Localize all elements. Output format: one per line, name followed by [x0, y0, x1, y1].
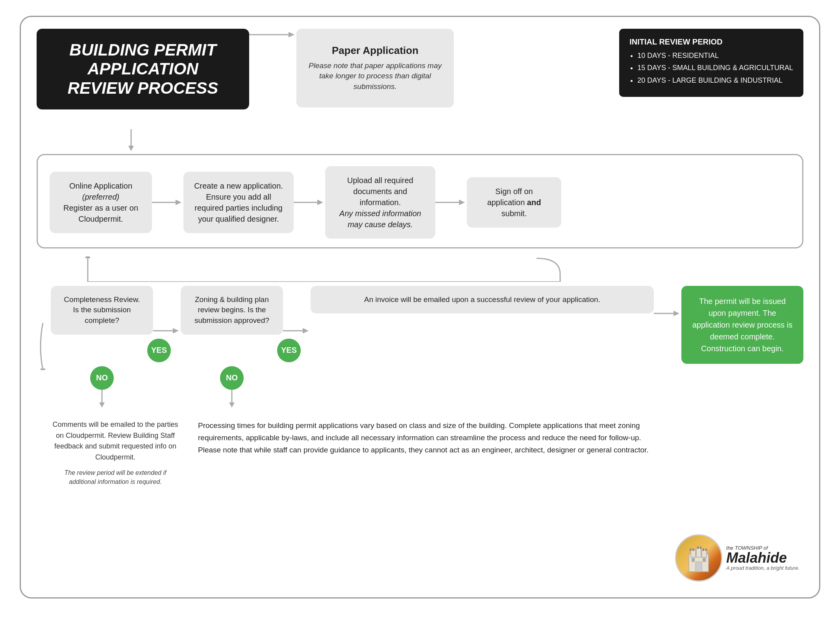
online-app-box: Online Application (preferred) Register …	[50, 172, 152, 233]
create-app-box: Create a new application. Ensure you add…	[183, 172, 294, 233]
upload-docs-box: Upload all required documents and inform…	[325, 166, 435, 239]
online-app-line4: Cloudpermit.	[78, 215, 123, 223]
svg-rect-27	[692, 548, 694, 551]
svg-marker-15	[173, 328, 179, 334]
permit-issued-box: The permit will be issued upon payment. …	[681, 286, 803, 364]
logo-tagline: A proud tradition, a bright future.	[726, 565, 799, 571]
zoning-box: Zoning & building plan review begins. Is…	[181, 286, 283, 335]
logo-group: the TOWNSHIP of Malahide A proud traditi…	[675, 534, 799, 582]
v-arrow-title-down	[37, 129, 803, 151]
svg-marker-1	[289, 32, 294, 37]
svg-rect-34	[703, 558, 706, 562]
zoning-no-circle: NO	[220, 366, 244, 390]
yes-branch-zoning: YES	[277, 339, 301, 362]
no-branch-completeness: NO	[90, 366, 114, 408]
arrow-zoning-to-invoice	[283, 325, 311, 337]
sign-off-box: Sign off on application and submit.	[467, 177, 561, 228]
svg-marker-17	[229, 402, 235, 408]
svg-rect-28	[703, 548, 704, 551]
comments-text: Comments will be emailed to the parties …	[52, 419, 178, 463]
svg-marker-5	[176, 200, 181, 205]
svg-rect-25	[696, 548, 701, 557]
paper-app-body: Please note that paper applications may …	[307, 61, 443, 92]
comments-section: Comments will be emailed to the parties …	[37, 419, 186, 486]
svg-rect-30	[697, 547, 699, 549]
invoice-box: An invoice will be emailed upon a succes…	[311, 286, 654, 314]
online-app-line3: Register as a user on	[63, 204, 138, 212]
yes-branch-completeness: YES	[147, 339, 171, 362]
svg-marker-7	[317, 200, 323, 205]
main-border: BUILDING PERMIT APPLICATION REVIEW PROCE…	[20, 16, 820, 598]
zoning-yes-circle: YES	[277, 339, 301, 362]
row2-border: Online Application (preferred) Register …	[37, 154, 803, 248]
svg-rect-33	[692, 558, 695, 562]
arrow-create-to-upload	[294, 196, 325, 208]
zoning-section: Zoning & building plan review begins. Is…	[181, 286, 283, 408]
logo-text-area: the TOWNSHIP of Malahide A proud traditi…	[726, 545, 799, 571]
arrow-title-to-paper	[249, 29, 296, 41]
completeness-section: Completeness Review. Is the submission c…	[51, 286, 153, 408]
row3-container: Completeness Review. Is the submission c…	[37, 286, 803, 408]
svg-rect-26	[690, 548, 691, 551]
page-title: BUILDING PERMIT APPLICATION REVIEW PROCE…	[52, 41, 233, 98]
logo-brand: Malahide	[726, 551, 799, 565]
paper-app-heading: Paper Application	[332, 44, 418, 57]
logo-circle	[675, 534, 722, 582]
initial-review-item-1: 10 DAYS - RESIDENTIAL	[637, 51, 793, 60]
tower-icon	[687, 542, 710, 574]
comments-italic: The review period will be extended if ad…	[52, 469, 178, 486]
svg-marker-21	[673, 311, 679, 316]
arrow-upload-to-signoff	[435, 196, 467, 208]
row3-main: Completeness Review. Is the submission c…	[37, 286, 803, 408]
no-branch-zoning: NO	[220, 366, 244, 408]
row1: BUILDING PERMIT APPLICATION REVIEW PROCE…	[37, 29, 803, 109]
initial-review-box: INITIAL REVIEW PERIOD 10 DAYS - RESIDENT…	[619, 29, 803, 97]
page-container: BUILDING PERMIT APPLICATION REVIEW PROCE…	[0, 0, 840, 630]
svg-rect-32	[696, 562, 702, 572]
initial-review-item-3: 20 DAYS - LARGE BUILDING & INDUSTRIAL	[637, 76, 793, 85]
left-curve-indicator	[37, 323, 49, 370]
online-app-line1: Online Application	[69, 182, 132, 190]
paper-app-box: Paper Application Please note that paper…	[296, 29, 454, 107]
arrow-invoice-to-permit	[654, 308, 681, 319]
svg-marker-9	[459, 200, 465, 205]
svg-rect-23	[691, 550, 696, 557]
row4: Comments will be emailed to the parties …	[37, 419, 803, 486]
svg-marker-13	[99, 402, 105, 408]
row2-inner: Online Application (preferred) Register …	[50, 166, 790, 239]
svg-rect-29	[705, 548, 707, 551]
svg-marker-11	[40, 369, 46, 370]
svg-rect-24	[702, 550, 707, 557]
curved-arrow-area	[37, 256, 803, 282]
svg-marker-3	[128, 146, 134, 151]
arrow-online-to-create	[152, 196, 183, 208]
completeness-no-circle: NO	[90, 366, 114, 390]
initial-review-list: 10 DAYS - RESIDENTIAL 15 DAYS - SMALL BU…	[629, 51, 793, 85]
completeness-box: Completeness Review. Is the submission c…	[51, 286, 153, 335]
logo-area: the TOWNSHIP of Malahide A proud traditi…	[675, 534, 799, 582]
completeness-yes-circle: YES	[147, 339, 171, 362]
initial-review-item-2: 15 DAYS - SMALL BUILDING & AGRICULTURAL	[637, 63, 793, 72]
svg-marker-10	[85, 256, 91, 258]
arrow-comp-to-zoning	[153, 325, 181, 337]
svg-rect-31	[700, 547, 701, 549]
curved-arrow-svg	[37, 256, 803, 282]
bottom-paragraph: Processing times for building permit app…	[186, 419, 803, 456]
svg-marker-19	[303, 328, 309, 334]
online-app-preferred: (preferred)	[82, 193, 119, 201]
initial-review-heading: INITIAL REVIEW PERIOD	[629, 37, 793, 46]
title-box: BUILDING PERMIT APPLICATION REVIEW PROCE…	[37, 29, 249, 109]
